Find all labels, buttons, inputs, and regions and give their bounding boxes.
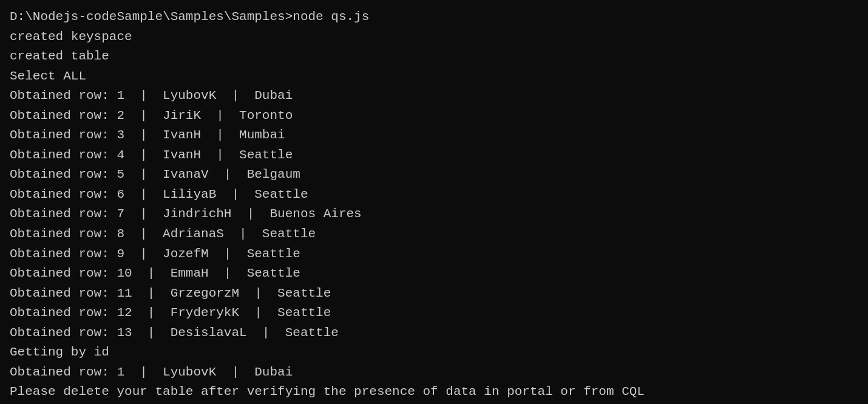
terminal-line: Please delete your table after verifying… — [10, 382, 858, 402]
terminal-window[interactable]: D:\Nodejs-codeSample\Samples\Samples>nod… — [0, 0, 868, 404]
terminal-line: Obtained row: 6 | LiliyaB | Seattle — [10, 185, 858, 205]
terminal-line: Obtained row: 1 | LyubovK | Dubai — [10, 363, 858, 383]
terminal-line: D:\Nodejs-codeSample\Samples\Samples>nod… — [10, 7, 858, 27]
terminal-line: Obtained row: 1 | LyubovK | Dubai — [10, 86, 858, 106]
terminal-line: created table — [10, 47, 858, 67]
terminal-line: Obtained row: 3 | IvanH | Mumbai — [10, 126, 858, 146]
terminal-line: Obtained row: 7 | JindrichH | Buenos Air… — [10, 204, 858, 224]
terminal-line: Obtained row: 4 | IvanH | Seattle — [10, 146, 858, 166]
terminal-line: Getting by id — [10, 343, 858, 363]
terminal-line: Obtained row: 10 | EmmaH | Seattle — [10, 264, 858, 284]
terminal-line: Obtained row: 2 | JiriK | Toronto — [10, 106, 858, 126]
terminal-line: Select ALL — [10, 67, 858, 87]
terminal-line: Obtained row: 8 | AdrianaS | Seattle — [10, 224, 858, 244]
terminal-line: Obtained row: 5 | IvanaV | Belgaum — [10, 165, 858, 185]
terminal-line: Obtained row: 11 | GrzegorzM | Seattle — [10, 284, 858, 304]
terminal-line: Obtained row: 9 | JozefM | Seattle — [10, 244, 858, 264]
terminal-line: Obtained row: 13 | DesislavaL | Seattle — [10, 323, 858, 343]
terminal-line: Obtained row: 12 | FryderykK | Seattle — [10, 303, 858, 323]
terminal-line: created keyspace — [10, 27, 858, 47]
